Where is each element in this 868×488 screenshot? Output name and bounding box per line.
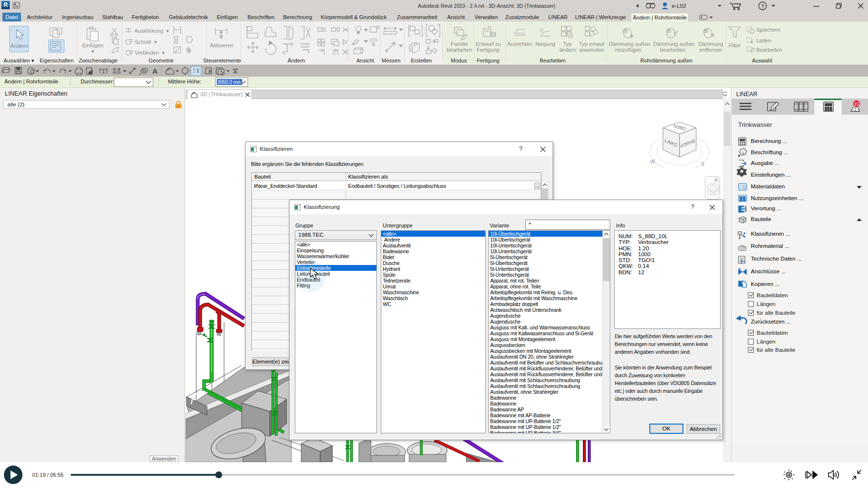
svg-text:S: S (701, 161, 705, 167)
svg-text:R: R (3, 1, 8, 8)
svg-text:?: ? (761, 3, 764, 9)
svg-text:W: W (649, 158, 656, 165)
svg-text:e-L02: e-L02 (672, 3, 686, 9)
svg-text:01:19 / 05:55: 01:19 / 05:55 (32, 472, 63, 478)
svg-text:A: A (152, 67, 158, 75)
svg-text:1: 1 (742, 151, 744, 155)
